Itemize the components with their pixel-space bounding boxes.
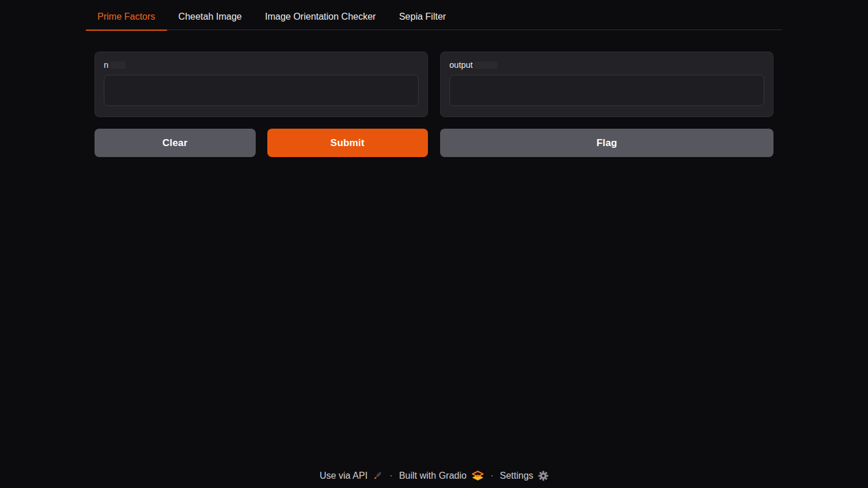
- output-label: output: [449, 60, 764, 70]
- output-buttons-row: Flag: [440, 129, 773, 157]
- form-row: n Clear Submit output Flag: [86, 52, 782, 157]
- use-via-api-link[interactable]: Use via API: [319, 470, 383, 481]
- tab-sepia-filter[interactable]: Sepia Filter: [387, 5, 457, 30]
- input-label-text: n: [104, 60, 108, 70]
- input-label: n: [104, 60, 419, 70]
- label-highlight: [110, 61, 125, 69]
- gradio-logo-icon: [471, 471, 484, 481]
- rocket-icon: [372, 470, 383, 481]
- built-with-gradio-label: Built with Gradio: [399, 471, 467, 481]
- settings-link[interactable]: Settings: [500, 471, 549, 481]
- footer: Use via API · Built with Gradio · Settin…: [0, 470, 868, 481]
- tab-prime-factors[interactable]: Prime Factors: [86, 5, 167, 31]
- footer-separator: ·: [390, 471, 393, 481]
- output-textbox[interactable]: [449, 75, 764, 106]
- flag-button[interactable]: Flag: [440, 129, 773, 157]
- input-buttons-row: Clear Submit: [95, 129, 428, 157]
- n-textbox[interactable]: [104, 75, 419, 106]
- output-panel: output: [440, 52, 773, 117]
- input-column: n Clear Submit: [95, 52, 428, 157]
- use-via-api-label: Use via API: [319, 471, 368, 481]
- submit-button[interactable]: Submit: [267, 129, 428, 157]
- label-highlight: [474, 61, 497, 69]
- app-container: Prime Factors Cheetah Image Image Orient…: [86, 5, 782, 157]
- tab-cheetah-image[interactable]: Cheetah Image: [167, 5, 253, 30]
- tab-image-orientation-checker[interactable]: Image Orientation Checker: [253, 5, 387, 30]
- tab-bar: Prime Factors Cheetah Image Image Orient…: [86, 5, 782, 30]
- output-label-text: output: [449, 60, 473, 70]
- output-column: output Flag: [440, 52, 773, 157]
- built-with-gradio-link[interactable]: Built with Gradio: [399, 471, 484, 481]
- clear-button[interactable]: Clear: [95, 129, 256, 157]
- footer-separator: ·: [491, 471, 493, 481]
- gear-icon: [538, 471, 549, 481]
- input-panel: n: [95, 52, 428, 117]
- settings-label: Settings: [500, 471, 533, 481]
